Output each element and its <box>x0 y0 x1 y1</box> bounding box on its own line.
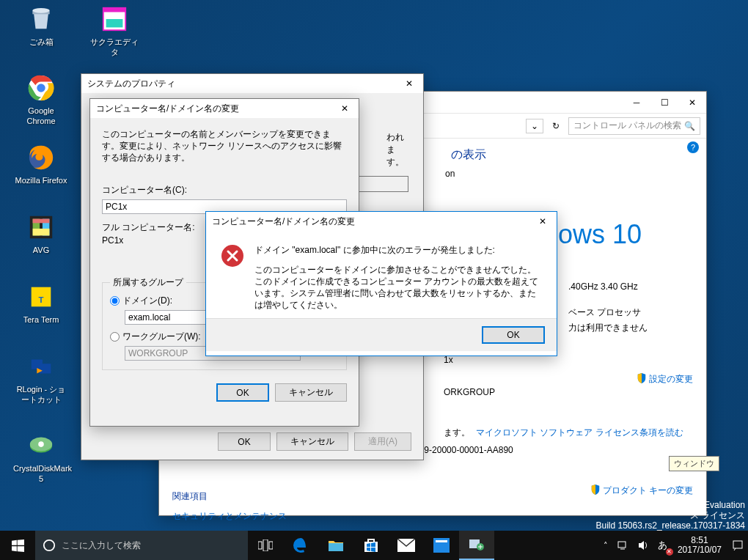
taskview-button[interactable] <box>248 531 283 560</box>
tooltip: ウィンドウ <box>669 456 719 471</box>
desktop-icon-chrome[interactable]: Google Chrome <box>13 73 69 126</box>
taskbar-search[interactable]: ここに入力して検索 <box>35 531 248 560</box>
maximize-button[interactable]: ☐ <box>650 93 678 112</box>
start-button[interactable] <box>0 531 35 560</box>
activation-row: ます。 マイクロソフト ソフトウェア ライセンス条項を読む <box>444 427 693 439</box>
taskbar-app-store[interactable] <box>353 531 389 560</box>
svg-rect-3 <box>103 8 125 12</box>
product-key-link[interactable]: プロダクト キーの変更 <box>590 485 693 497</box>
avg-icon <box>26 213 56 242</box>
license-terms-link[interactable]: マイクロソフト ソフトウェア ライセンス条項を読む <box>476 427 683 439</box>
member-of-legend: 所属するグループ <box>110 276 186 289</box>
system-tray: ˄ あ✕ 8:51 2017/10/07 <box>599 531 748 560</box>
taskbar-app-mail[interactable] <box>389 531 424 560</box>
desktop-icon-cdm[interactable]: CrystalDiskMark 5 <box>13 431 69 484</box>
error-body: このコンピューターをドメインに参加させることができませんでした。このドメインに作… <box>254 264 542 311</box>
desktop-icon-sakura[interactable]: サクラエディタ <box>87 4 142 57</box>
sysprop-titlebar[interactable]: システムのプロパティ ✕ <box>81 74 423 93</box>
svg-rect-27 <box>618 542 626 548</box>
tray-chevron-up-icon[interactable]: ˄ <box>599 531 612 560</box>
search-icon: 🔍 <box>684 121 695 131</box>
chevron-down-icon[interactable]: ⌄ <box>526 119 543 133</box>
evaluation-badge: Evaluation ス ライセンス Build 15063.rs2_relea… <box>596 500 746 531</box>
ok-button[interactable]: OK <box>218 432 271 451</box>
sysprop-buttons: OK キャンセル 適用(A) <box>218 432 411 451</box>
computer-name-label: コンピューター名(C): <box>102 184 347 196</box>
taskbar: ここに入力して検索 ˄ あ✕ 8:51 2017/10/07 <box>0 531 748 560</box>
sakura-editor-icon <box>100 4 129 34</box>
svg-rect-28 <box>733 541 742 548</box>
apply-button[interactable]: 適用(A) <box>354 432 411 451</box>
cortana-icon <box>43 539 56 552</box>
close-button[interactable]: ✕ <box>395 74 423 93</box>
close-button[interactable]: ✕ <box>529 212 557 231</box>
ok-button[interactable]: OK <box>216 383 269 402</box>
recycle-bin-icon <box>26 4 56 34</box>
related-header: 関連項目 <box>172 490 287 503</box>
chrome-icon <box>26 73 56 103</box>
help-icon[interactable]: ? <box>687 141 699 153</box>
crystaldiskmark-icon <box>26 431 56 460</box>
cpu-speed: .40GHz 3.40 GHz <box>568 281 693 292</box>
proc-type: ベース プロセッサ <box>568 306 693 319</box>
tray-volume-icon[interactable] <box>633 531 653 560</box>
workgroup-val: ORKGROUP <box>444 387 693 397</box>
rlogin-icon <box>26 352 56 381</box>
svg-rect-24 <box>436 540 447 542</box>
svg-rect-2 <box>106 19 123 27</box>
cancel-button[interactable]: キャンセル <box>276 432 348 451</box>
taskbar-app-edge[interactable] <box>283 531 318 560</box>
cancel-button[interactable]: キャンセル <box>275 383 347 402</box>
computer-name-val: 1x <box>444 355 693 365</box>
tray-network-icon[interactable] <box>612 531 633 560</box>
sysprop-desc-fragment: われます。 <box>386 131 411 169</box>
error-icon <box>221 244 244 311</box>
svg-rect-18 <box>258 542 262 549</box>
windows-edition-word: on <box>445 169 693 179</box>
system-heading: の表示 <box>451 147 693 163</box>
desktop-icon-firefox[interactable]: Mozilla Firefox <box>13 143 69 185</box>
rename-titlebar[interactable]: コンピューター名/ドメイン名の変更 ✕ <box>90 99 359 118</box>
desktop-icon-avg[interactable]: AVG <box>13 213 69 255</box>
close-button[interactable]: ✕ <box>678 93 706 112</box>
taskbar-app-active[interactable] <box>459 531 494 560</box>
svg-point-0 <box>32 8 49 13</box>
error-heading: ドメイン "exam.local" に参加中に次のエラーが発生しました: <box>254 244 542 257</box>
taskbar-app-generic1[interactable] <box>424 531 459 560</box>
svg-rect-19 <box>263 539 268 551</box>
svg-rect-12 <box>40 364 51 373</box>
close-button[interactable]: ✕ <box>331 99 359 118</box>
control-panel-search[interactable]: コントロール パネルの検索 🔍 <box>568 117 700 135</box>
svg-text:T: T <box>39 295 44 304</box>
tray-clock[interactable]: 8:51 2017/10/07 <box>672 536 727 555</box>
error-dialog: コンピューター名/ドメイン名の変更 ✕ ドメイン "exam.local" に参… <box>205 211 557 356</box>
svg-point-17 <box>44 540 54 550</box>
tray-notifications-icon[interactable] <box>727 531 748 560</box>
taskbar-app-explorer[interactable] <box>318 531 353 560</box>
svg-point-15 <box>38 441 44 447</box>
minimize-button[interactable]: ─ <box>623 93 650 112</box>
ok-button[interactable]: OK <box>482 326 545 344</box>
firefox-icon <box>26 143 56 172</box>
security-maintenance-link[interactable]: セキュリティとメンテナンス <box>172 510 287 523</box>
desktop-icon-teraterm[interactable]: T Tera Term <box>13 282 69 325</box>
change-settings-link[interactable]: 設定の変更 <box>637 373 693 386</box>
svg-rect-20 <box>269 542 273 549</box>
touch-info: 力は利用できません <box>568 322 693 334</box>
rename-description: このコンピューターの名前とメンバーシップを変更できます。変更により、ネットワーク… <box>102 128 347 163</box>
tray-ime-icon[interactable]: あ✕ <box>653 531 672 560</box>
desktop-icon-rlogin[interactable]: RLogin - ショートカット <box>13 352 69 405</box>
teraterm-icon: T <box>26 282 56 312</box>
desktop-icon-recycle-bin[interactable]: ごみ箱 <box>13 4 69 47</box>
error-titlebar[interactable]: コンピューター名/ドメイン名の変更 ✕ <box>206 212 557 231</box>
refresh-icon[interactable]: ↻ <box>548 119 564 133</box>
